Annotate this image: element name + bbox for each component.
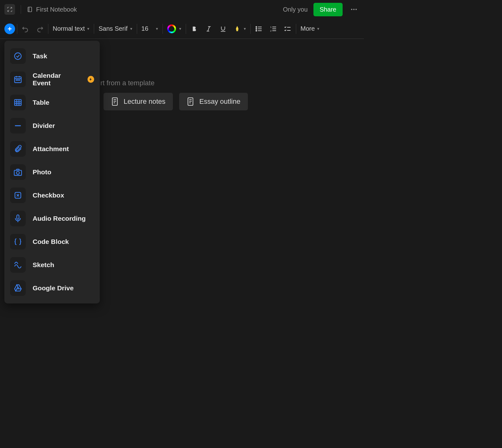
divider (250, 24, 251, 34)
insert-table[interactable]: Table (8, 92, 96, 113)
divider (163, 24, 163, 34)
chevron-down-icon: ▾ (87, 26, 89, 31)
plus-icon (7, 26, 13, 32)
numbered-list-button[interactable]: 12 (267, 23, 280, 35)
text-style-select[interactable]: Normal text ▾ (50, 23, 92, 35)
bold-icon (191, 25, 198, 32)
insert-button[interactable] (4, 24, 15, 34)
svg-rect-41 (15, 100, 21, 106)
bold-button[interactable] (188, 23, 200, 35)
bulleted-list-button[interactable] (253, 23, 265, 35)
toolbar: Normal text ▾ Sans Serif ▾ 16 ▾ ▾ ▾ 12 M… (0, 19, 364, 39)
svg-rect-11 (236, 30, 238, 31)
calendar-icon (10, 71, 26, 87)
header-more-button[interactable] (348, 4, 360, 15)
text-color-select[interactable]: ▾ (165, 23, 184, 35)
menu-item-label: Sketch (33, 261, 54, 269)
menu-item-label: Calendar Event (33, 72, 79, 87)
svg-point-4 (355, 9, 357, 10)
numbered-list-icon: 12 (270, 25, 277, 33)
chevron-down-icon: ▾ (317, 26, 319, 31)
expand-icon (7, 7, 13, 12)
italic-button[interactable] (202, 23, 215, 35)
table-icon (10, 95, 26, 110)
svg-point-39 (18, 80, 18, 80)
chevron-down-icon: ▾ (179, 26, 181, 31)
chevron-down-icon: ▾ (156, 26, 158, 31)
menu-item-label: Checkbox (33, 192, 64, 199)
svg-point-3 (353, 9, 355, 10)
header: First Notebook Only you Share (0, 0, 364, 19)
highlighter-icon (234, 25, 241, 32)
insert-attachment[interactable]: Attachment (8, 139, 96, 159)
svg-point-33 (15, 53, 21, 60)
highlight-button[interactable]: ▾ (231, 23, 248, 35)
insert-google-drive[interactable]: Google Drive (8, 278, 96, 298)
template-essay-outline[interactable]: Essay outline (179, 93, 248, 110)
insert-divider[interactable]: Divider (8, 115, 96, 136)
notebook-breadcrumb[interactable]: First Notebook (27, 6, 77, 13)
insert-code-block[interactable]: Code Block (8, 231, 96, 252)
insert-checkbox[interactable]: Checkbox (8, 185, 96, 206)
mic-icon (10, 211, 26, 226)
check-circle-icon (10, 48, 26, 64)
checklist-icon (284, 25, 291, 33)
chevron-down-icon: ▾ (130, 26, 132, 31)
chevron-down-icon: ▾ (244, 26, 246, 31)
text-style-value: Normal text (53, 25, 85, 32)
underline-icon (220, 25, 227, 32)
upgrade-badge-icon (88, 76, 94, 83)
font-family-select[interactable]: Sans Serif ▾ (96, 23, 135, 35)
svg-rect-50 (17, 215, 19, 219)
undo-icon (22, 25, 29, 33)
redo-button[interactable] (34, 23, 46, 35)
bulleted-list-icon (255, 25, 263, 33)
font-family-value: Sans Serif (99, 25, 127, 32)
insert-task[interactable]: Task (8, 46, 96, 66)
gdrive-icon (10, 280, 26, 296)
template-lecture-notes[interactable]: Lecture notes (104, 93, 173, 110)
insert-sketch[interactable]: Sketch (8, 255, 96, 275)
svg-point-13 (256, 28, 257, 29)
share-button[interactable]: Share (313, 3, 343, 16)
more-label: More (301, 25, 315, 32)
menu-item-label: Divider (33, 122, 55, 129)
notebook-icon (27, 6, 33, 13)
divider (186, 24, 186, 34)
divider (21, 5, 21, 14)
font-size-select[interactable]: 16 ▾ (139, 23, 161, 35)
divider (296, 24, 296, 34)
more-formatting-button[interactable]: More ▾ (298, 23, 322, 35)
insert-photo[interactable]: Photo (8, 162, 96, 182)
svg-text:2: 2 (270, 29, 272, 32)
menu-item-label: Attachment (33, 145, 69, 153)
document-icon (187, 97, 194, 106)
visibility-label[interactable]: Only you (283, 6, 308, 13)
template-hint: rt from a template (100, 79, 345, 87)
sketch-icon (10, 257, 26, 273)
color-ring-icon (167, 24, 176, 33)
italic-icon (205, 25, 212, 32)
insert-audio-recording[interactable]: Audio Recording (8, 208, 96, 229)
svg-point-2 (351, 9, 352, 10)
paperclip-icon (10, 141, 26, 157)
template-label: Essay outline (199, 98, 240, 106)
checklist-button[interactable] (281, 23, 294, 35)
camera-icon (10, 164, 26, 180)
svg-point-38 (16, 80, 17, 80)
menu-item-label: Google Drive (33, 284, 74, 292)
menu-item-label: Code Block (33, 238, 69, 245)
divider (48, 24, 48, 34)
template-buttons-row: Lecture notes Essay outline (104, 93, 345, 110)
expand-button[interactable] (4, 4, 15, 15)
undo-button[interactable] (19, 23, 32, 35)
menu-item-label: Audio Recording (33, 215, 86, 222)
svg-point-48 (16, 171, 19, 174)
template-label: Lecture notes (124, 98, 165, 106)
underline-button[interactable] (217, 23, 229, 35)
notebook-name: First Notebook (36, 6, 77, 13)
svg-point-14 (256, 30, 257, 31)
insert-calendar-event[interactable]: Calendar Event (8, 69, 96, 90)
ellipsis-icon (350, 6, 358, 13)
checkbox-icon (10, 187, 26, 203)
